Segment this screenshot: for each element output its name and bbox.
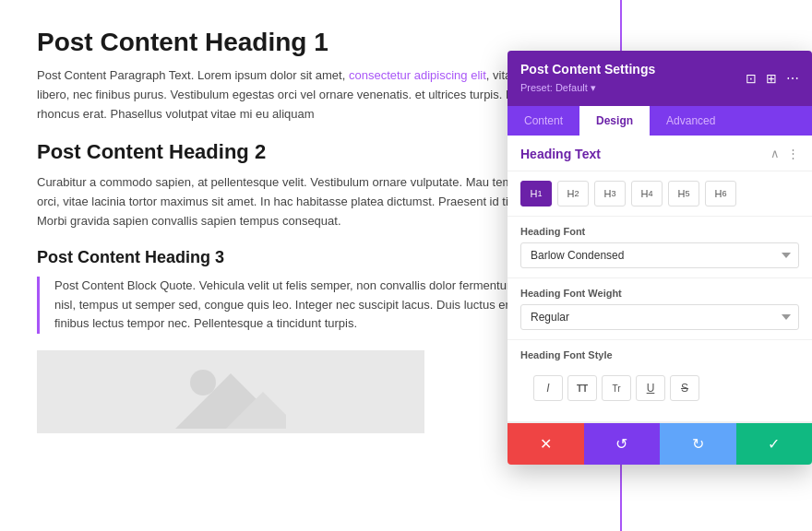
section-heading-icons: ∧ ⋮ xyxy=(770,147,799,161)
tab-advanced[interactable]: Advanced xyxy=(650,106,732,136)
placeholder-icon xyxy=(175,355,286,429)
footer-save-button[interactable]: ✓ xyxy=(736,423,813,465)
style-strikethrough-button[interactable]: S xyxy=(670,375,699,401)
footer-redo-button[interactable]: ↻ xyxy=(660,423,736,465)
heading-font-style-group: Heading Font Style I TT Tr U S xyxy=(508,340,812,422)
settings-panel: Post Content Settings Preset: Default ▾ … xyxy=(508,51,812,465)
paragraph-1-link[interactable]: consectetur adipiscing elit xyxy=(349,68,486,82)
image-placeholder xyxy=(37,350,424,433)
h4-button[interactable]: H4 xyxy=(631,181,663,206)
heading-font-select[interactable]: Barlow Condensed Arial Georgia xyxy=(520,242,799,268)
style-capitalize-button[interactable]: Tr xyxy=(602,375,631,401)
h-buttons-row: H1 H2 H3 H4 H5 H6 xyxy=(508,171,812,217)
h3-button[interactable]: H3 xyxy=(594,181,626,206)
panel-icon-columns[interactable]: ⊞ xyxy=(766,71,777,87)
footer-undo-button[interactable]: ↺ xyxy=(584,423,661,465)
heading-font-group: Heading Font Barlow Condensed Arial Geor… xyxy=(508,217,812,278)
footer-cancel-button[interactable]: ✕ xyxy=(508,423,584,465)
panel-header: Post Content Settings Preset: Default ▾ … xyxy=(508,51,812,106)
section-title: Heading Text xyxy=(520,147,601,161)
h5-button[interactable]: H5 xyxy=(668,181,699,206)
panel-header-icons: ⊡ ⊞ ⋯ xyxy=(746,71,799,87)
section-heading: Heading Text ∧ ⋮ xyxy=(508,136,812,171)
tab-nav: Content Design Advanced xyxy=(508,106,812,136)
style-allcaps-button[interactable]: TT xyxy=(567,375,597,401)
section-more-icon[interactable]: ⋮ xyxy=(787,147,799,161)
paragraph-1-start: Post Content Paragraph Text. Lorem ipsum… xyxy=(37,68,349,82)
panel-body: Heading Text ∧ ⋮ H1 H2 H3 H4 H5 H6 Headi… xyxy=(508,136,812,422)
heading-font-weight-group: Heading Font Weight Regular Bold Light xyxy=(508,278,812,340)
panel-icon-expand[interactable]: ⊡ xyxy=(746,71,757,87)
style-underline-button[interactable]: U xyxy=(636,375,665,401)
h2-button[interactable]: H2 xyxy=(557,181,589,206)
panel-icon-more[interactable]: ⋯ xyxy=(786,71,799,87)
heading-font-weight-select[interactable]: Regular Bold Light xyxy=(520,304,799,330)
style-buttons-row: I TT Tr U S xyxy=(520,366,799,412)
panel-footer: ✕ ↺ ↻ ✓ xyxy=(508,422,812,465)
tab-content[interactable]: Content xyxy=(508,106,579,136)
panel-preset[interactable]: Preset: Default ▾ xyxy=(520,82,596,93)
panel-header-left: Post Content Settings Preset: Default ▾ xyxy=(520,62,655,95)
panel-title: Post Content Settings xyxy=(520,62,655,77)
heading-font-style-label: Heading Font Style xyxy=(520,349,799,360)
h1-button[interactable]: H1 xyxy=(520,181,552,206)
style-italic-button[interactable]: I xyxy=(533,375,563,401)
heading-font-label: Heading Font xyxy=(520,226,799,237)
svg-point-0 xyxy=(190,370,216,395)
section-collapse-icon[interactable]: ∧ xyxy=(770,147,780,161)
tab-design[interactable]: Design xyxy=(579,106,650,136)
h6-button[interactable]: H6 xyxy=(705,181,736,206)
heading-font-weight-label: Heading Font Weight xyxy=(520,288,799,299)
